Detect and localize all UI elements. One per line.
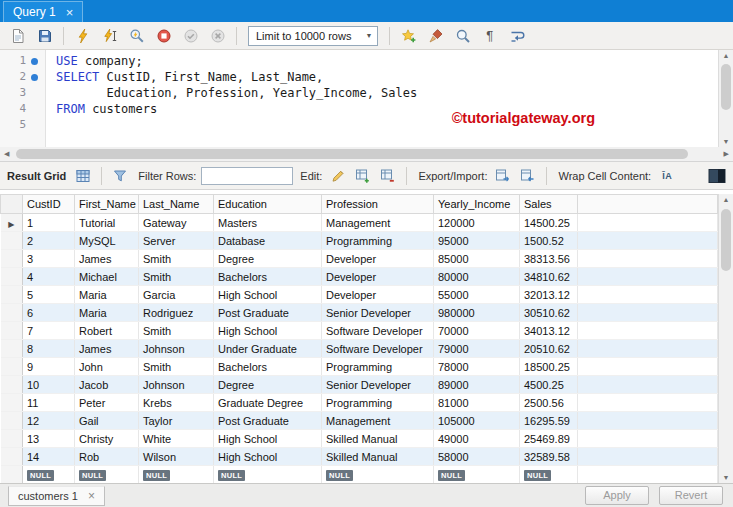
grid-row[interactable]: 8JamesJohnsonUnder GraduateSoftware Deve… bbox=[1, 340, 718, 358]
grid-cell[interactable]: Bachelors bbox=[214, 358, 322, 376]
grid-cell[interactable]: 79000 bbox=[434, 340, 520, 358]
grid-cell[interactable]: Software Developer bbox=[322, 322, 434, 340]
grid-cell[interactable]: Smith bbox=[139, 358, 214, 376]
save-snippet-icon[interactable] bbox=[396, 24, 421, 47]
grid-cell[interactable]: Maria bbox=[75, 304, 139, 322]
column-header-sales[interactable]: Sales bbox=[520, 195, 578, 214]
grid-cell[interactable]: 8 bbox=[23, 340, 75, 358]
grid-cell[interactable]: Johnson bbox=[139, 376, 214, 394]
scrollbar-thumb[interactable] bbox=[721, 64, 731, 110]
grid-row[interactable]: 10JacobJohnsonDegreeSenior Developer8900… bbox=[1, 376, 718, 394]
grid-cell[interactable]: 95000 bbox=[434, 232, 520, 250]
grid-row[interactable]: 3JamesSmithDegreeDeveloper8500038313.56 bbox=[1, 250, 718, 268]
grid-cell[interactable]: 5 bbox=[23, 286, 75, 304]
row-selector[interactable] bbox=[1, 286, 23, 304]
sql-editor[interactable]: 1USE company;2SELECT CustID, First_Name,… bbox=[0, 50, 733, 147]
grid-cell[interactable]: 81000 bbox=[434, 394, 520, 412]
grid-cell[interactable]: High School bbox=[214, 430, 322, 448]
grid-cell[interactable]: Bachelors bbox=[214, 268, 322, 286]
grid-cell[interactable]: High School bbox=[214, 286, 322, 304]
grid-row[interactable]: 13ChristyWhiteHigh SchoolSkilled Manual4… bbox=[1, 430, 718, 448]
commit-icon[interactable] bbox=[178, 24, 203, 47]
grid-cell[interactable]: 85000 bbox=[434, 250, 520, 268]
grid-cell[interactable]: 38313.56 bbox=[520, 250, 578, 268]
grid-cell[interactable]: Smith bbox=[139, 250, 214, 268]
grid-cell[interactable]: Tutorial bbox=[75, 214, 139, 232]
grid-cell[interactable]: 32013.12 bbox=[520, 286, 578, 304]
grid-row[interactable]: 14RobWilsonHigh SchoolSkilled Manual5800… bbox=[1, 448, 718, 466]
grid-row[interactable]: 2MySQLServerDatabaseProgramming950001500… bbox=[1, 232, 718, 250]
code-text[interactable]: SELECT CustID, First_Name, Last_Name, bbox=[46, 69, 323, 85]
grid-row[interactable]: 4MichaelSmithBachelorsDeveloper800003481… bbox=[1, 268, 718, 286]
row-selector[interactable] bbox=[1, 322, 23, 340]
grid-cell[interactable]: MySQL bbox=[75, 232, 139, 250]
grid-cell[interactable]: High School bbox=[214, 448, 322, 466]
grid-cell[interactable]: White bbox=[139, 430, 214, 448]
revert-button[interactable]: Revert bbox=[659, 486, 723, 505]
grid-cell[interactable]: Degree bbox=[214, 250, 322, 268]
grid-row[interactable]: 11PeterKrebsGraduate DegreeProgramming81… bbox=[1, 394, 718, 412]
scroll-down-icon[interactable]: ▼ bbox=[719, 138, 733, 145]
column-header-profession[interactable]: Profession bbox=[322, 195, 434, 214]
grid-cell[interactable]: 16295.59 bbox=[520, 412, 578, 430]
grid-cell[interactable]: Post Graduate bbox=[214, 304, 322, 322]
grid-cell[interactable]: 14500.25 bbox=[520, 214, 578, 232]
grid-cell[interactable]: Krebs bbox=[139, 394, 214, 412]
grid-cell[interactable]: Smith bbox=[139, 322, 214, 340]
grid-cell[interactable]: 89000 bbox=[434, 376, 520, 394]
grid-cell[interactable]: 11 bbox=[23, 394, 75, 412]
execute-current-statement-icon[interactable] bbox=[97, 24, 122, 47]
grid-view-icon[interactable] bbox=[72, 166, 94, 186]
scroll-left-icon[interactable]: ◀ bbox=[4, 150, 9, 158]
edit-record-icon[interactable] bbox=[327, 166, 349, 186]
row-selector[interactable] bbox=[1, 448, 23, 466]
grid-cell[interactable]: NULL bbox=[322, 466, 434, 484]
grid-cell[interactable]: James bbox=[75, 340, 139, 358]
wrap-cell-content-icon[interactable]: ĪA bbox=[656, 166, 678, 186]
import-records-icon[interactable] bbox=[517, 166, 539, 186]
invisible-characters-icon[interactable]: ¶ bbox=[477, 24, 502, 47]
grid-cell[interactable]: 18500.25 bbox=[520, 358, 578, 376]
grid-cell[interactable]: NULL bbox=[75, 466, 139, 484]
grid-cell[interactable]: Skilled Manual bbox=[322, 430, 434, 448]
grid-cell[interactable]: 105000 bbox=[434, 412, 520, 430]
apply-button[interactable]: Apply bbox=[585, 486, 649, 505]
grid-cell[interactable]: 2 bbox=[23, 232, 75, 250]
close-tab-icon[interactable]: × bbox=[66, 6, 74, 19]
grid-cell[interactable]: 20510.62 bbox=[520, 340, 578, 358]
wrap-text-icon[interactable] bbox=[504, 24, 529, 47]
grid-cell[interactable]: Management bbox=[322, 412, 434, 430]
scrollbar-thumb[interactable] bbox=[721, 209, 731, 271]
grid-row[interactable]: 7RobertSmithHigh SchoolSoftware Develope… bbox=[1, 322, 718, 340]
grid-cell[interactable]: Peter bbox=[75, 394, 139, 412]
grid-cell[interactable]: Software Developer bbox=[322, 340, 434, 358]
grid-cell[interactable]: Robert bbox=[75, 322, 139, 340]
code-text[interactable]: USE company; bbox=[46, 53, 143, 69]
grid-cell[interactable]: Programming bbox=[322, 394, 434, 412]
grid-cell[interactable]: 58000 bbox=[434, 448, 520, 466]
close-result-tab-icon[interactable]: × bbox=[88, 490, 95, 502]
new-row-placeholder[interactable]: NULLNULLNULLNULLNULLNULLNULL bbox=[1, 466, 718, 484]
grid-cell[interactable]: Senior Developer bbox=[322, 304, 434, 322]
scroll-up-icon[interactable]: ▲ bbox=[719, 196, 733, 203]
grid-cell[interactable]: John bbox=[75, 358, 139, 376]
grid-cell[interactable]: 13 bbox=[23, 430, 75, 448]
grid-cell[interactable]: Rob bbox=[75, 448, 139, 466]
grid-cell[interactable]: 4 bbox=[23, 268, 75, 286]
grid-cell[interactable]: 34810.62 bbox=[520, 268, 578, 286]
grid-cell[interactable]: Management bbox=[322, 214, 434, 232]
grid-cell[interactable]: Programming bbox=[322, 358, 434, 376]
row-selector[interactable] bbox=[1, 430, 23, 448]
grid-cell[interactable]: 80000 bbox=[434, 268, 520, 286]
grid-cell[interactable]: Gateway bbox=[139, 214, 214, 232]
grid-cell[interactable]: Developer bbox=[322, 250, 434, 268]
grid-cell[interactable]: NULL bbox=[434, 466, 520, 484]
grid-cell[interactable]: Maria bbox=[75, 286, 139, 304]
grid-cell[interactable]: Wilson bbox=[139, 448, 214, 466]
grid-cell[interactable]: 70000 bbox=[434, 322, 520, 340]
grid-row[interactable]: 12GailTaylorPost GraduateManagement10500… bbox=[1, 412, 718, 430]
scroll-up-icon[interactable]: ▲ bbox=[719, 52, 733, 59]
grid-cell[interactable]: 49000 bbox=[434, 430, 520, 448]
grid-row[interactable]: 5MariaGarciaHigh SchoolDeveloper55000320… bbox=[1, 286, 718, 304]
grid-cell[interactable]: Michael bbox=[75, 268, 139, 286]
